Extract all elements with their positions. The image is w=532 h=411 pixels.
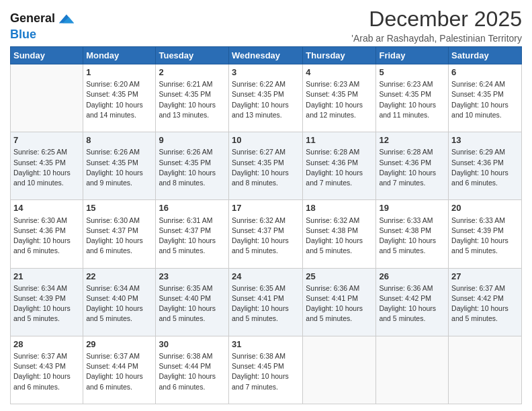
day-number: 23 xyxy=(159,271,226,283)
day-info: Sunrise: 6:32 AM Sunset: 4:38 PM Dayligh… xyxy=(306,216,373,257)
day-header: Monday xyxy=(83,47,156,64)
day-number: 5 xyxy=(379,66,445,79)
week-row: 7Sunrise: 6:25 AM Sunset: 4:35 PM Daylig… xyxy=(11,132,522,200)
day-cell: 10Sunrise: 6:27 AM Sunset: 4:35 PM Dayli… xyxy=(229,132,303,200)
day-number: 27 xyxy=(451,271,519,283)
day-cell: 21Sunrise: 6:34 AM Sunset: 4:39 PM Dayli… xyxy=(11,268,83,336)
day-cell: 2Sunrise: 6:21 AM Sunset: 4:35 PM Daylig… xyxy=(156,64,229,132)
day-number: 10 xyxy=(232,134,300,146)
week-row: 21Sunrise: 6:34 AM Sunset: 4:39 PM Dayli… xyxy=(11,268,522,336)
day-info: Sunrise: 6:35 AM Sunset: 4:41 PM Dayligh… xyxy=(232,283,300,324)
day-cell: 20Sunrise: 6:33 AM Sunset: 4:39 PM Dayli… xyxy=(449,200,522,268)
calendar: SundayMondayTuesdayWednesdayThursdayFrid… xyxy=(10,46,522,404)
day-info: Sunrise: 6:31 AM Sunset: 4:37 PM Dayligh… xyxy=(159,216,226,257)
day-info: Sunrise: 6:25 AM Sunset: 4:35 PM Dayligh… xyxy=(13,147,80,188)
day-cell: 25Sunrise: 6:36 AM Sunset: 4:41 PM Dayli… xyxy=(303,268,376,336)
day-number: 18 xyxy=(306,202,373,214)
header-row: SundayMondayTuesdayWednesdayThursdayFrid… xyxy=(11,47,522,64)
day-header: Friday xyxy=(376,47,449,64)
day-cell: 5Sunrise: 6:23 AM Sunset: 4:35 PM Daylig… xyxy=(376,64,449,132)
day-number: 6 xyxy=(451,66,519,79)
day-info: Sunrise: 6:36 AM Sunset: 4:41 PM Dayligh… xyxy=(306,283,373,324)
day-cell: 18Sunrise: 6:32 AM Sunset: 4:38 PM Dayli… xyxy=(303,200,376,268)
day-cell: 23Sunrise: 6:35 AM Sunset: 4:40 PM Dayli… xyxy=(156,268,229,336)
day-info: Sunrise: 6:36 AM Sunset: 4:42 PM Dayligh… xyxy=(379,283,445,324)
day-number: 24 xyxy=(232,271,300,283)
day-number: 12 xyxy=(379,134,445,146)
day-number: 9 xyxy=(159,134,226,146)
day-number: 20 xyxy=(451,202,519,214)
day-info: Sunrise: 6:21 AM Sunset: 4:35 PM Dayligh… xyxy=(159,79,226,120)
day-cell: 27Sunrise: 6:37 AM Sunset: 4:42 PM Dayli… xyxy=(449,268,522,336)
day-cell: 9Sunrise: 6:26 AM Sunset: 4:35 PM Daylig… xyxy=(156,132,229,200)
day-cell: 1Sunrise: 6:20 AM Sunset: 4:35 PM Daylig… xyxy=(83,64,156,132)
day-cell: 12Sunrise: 6:28 AM Sunset: 4:36 PM Dayli… xyxy=(376,132,449,200)
day-number: 25 xyxy=(306,271,373,283)
day-info: Sunrise: 6:28 AM Sunset: 4:36 PM Dayligh… xyxy=(306,147,373,188)
day-number: 17 xyxy=(232,202,300,214)
day-info: Sunrise: 6:37 AM Sunset: 4:43 PM Dayligh… xyxy=(13,351,80,392)
week-row: 14Sunrise: 6:30 AM Sunset: 4:36 PM Dayli… xyxy=(11,200,522,268)
day-info: Sunrise: 6:26 AM Sunset: 4:35 PM Dayligh… xyxy=(86,147,152,188)
day-cell: 4Sunrise: 6:23 AM Sunset: 4:35 PM Daylig… xyxy=(303,64,376,132)
day-info: Sunrise: 6:24 AM Sunset: 4:35 PM Dayligh… xyxy=(451,79,519,120)
day-cell: 16Sunrise: 6:31 AM Sunset: 4:37 PM Dayli… xyxy=(156,200,229,268)
title-block: December 2025 'Arab ar Rashaydah, Palest… xyxy=(351,7,522,44)
day-number: 13 xyxy=(451,134,519,146)
day-number: 3 xyxy=(232,66,300,79)
day-number: 16 xyxy=(159,202,226,214)
day-cell: 30Sunrise: 6:38 AM Sunset: 4:44 PM Dayli… xyxy=(156,336,229,404)
day-number: 21 xyxy=(13,271,80,283)
logo-text-general: General xyxy=(10,12,55,26)
day-info: Sunrise: 6:30 AM Sunset: 4:36 PM Dayligh… xyxy=(13,216,80,257)
logo: General Blue xyxy=(10,9,75,42)
day-cell: 15Sunrise: 6:30 AM Sunset: 4:37 PM Dayli… xyxy=(83,200,156,268)
day-header: Saturday xyxy=(449,47,522,64)
day-info: Sunrise: 6:22 AM Sunset: 4:35 PM Dayligh… xyxy=(232,79,300,120)
week-row: 1Sunrise: 6:20 AM Sunset: 4:35 PM Daylig… xyxy=(11,64,522,132)
day-info: Sunrise: 6:35 AM Sunset: 4:40 PM Dayligh… xyxy=(159,283,226,324)
day-header: Sunday xyxy=(11,47,83,64)
day-info: Sunrise: 6:37 AM Sunset: 4:42 PM Dayligh… xyxy=(451,283,519,324)
day-info: Sunrise: 6:26 AM Sunset: 4:35 PM Dayligh… xyxy=(159,147,226,188)
logo-icon xyxy=(56,9,75,28)
day-cell: 24Sunrise: 6:35 AM Sunset: 4:41 PM Dayli… xyxy=(229,268,303,336)
day-info: Sunrise: 6:32 AM Sunset: 4:37 PM Dayligh… xyxy=(232,216,300,257)
day-cell: 19Sunrise: 6:33 AM Sunset: 4:38 PM Dayli… xyxy=(376,200,449,268)
day-number: 4 xyxy=(306,66,373,79)
day-cell: 17Sunrise: 6:32 AM Sunset: 4:37 PM Dayli… xyxy=(229,200,303,268)
day-info: Sunrise: 6:33 AM Sunset: 4:38 PM Dayligh… xyxy=(379,216,445,257)
day-number: 2 xyxy=(159,66,226,79)
day-number: 14 xyxy=(13,202,80,214)
main-title: December 2025 xyxy=(351,7,522,32)
day-number: 30 xyxy=(159,338,226,351)
page: General Blue December 2025 'Arab ar Rash… xyxy=(0,0,532,411)
day-info: Sunrise: 6:37 AM Sunset: 4:44 PM Dayligh… xyxy=(86,351,152,392)
week-row: 28Sunrise: 6:37 AM Sunset: 4:43 PM Dayli… xyxy=(11,336,522,404)
day-cell: 29Sunrise: 6:37 AM Sunset: 4:44 PM Dayli… xyxy=(83,336,156,404)
sub-title: 'Arab ar Rashaydah, Palestinian Territor… xyxy=(351,33,522,44)
day-cell: 7Sunrise: 6:25 AM Sunset: 4:35 PM Daylig… xyxy=(11,132,83,200)
day-number: 7 xyxy=(13,134,80,146)
day-info: Sunrise: 6:29 AM Sunset: 4:36 PM Dayligh… xyxy=(451,147,519,188)
day-cell: 26Sunrise: 6:36 AM Sunset: 4:42 PM Dayli… xyxy=(376,268,449,336)
header: General Blue December 2025 'Arab ar Rash… xyxy=(10,7,522,44)
day-number: 11 xyxy=(306,134,373,146)
day-number: 29 xyxy=(86,338,152,351)
day-header: Thursday xyxy=(303,47,376,64)
day-cell: 22Sunrise: 6:34 AM Sunset: 4:40 PM Dayli… xyxy=(83,268,156,336)
day-info: Sunrise: 6:34 AM Sunset: 4:40 PM Dayligh… xyxy=(86,283,152,324)
day-number: 8 xyxy=(86,134,152,146)
day-number: 22 xyxy=(86,271,152,283)
day-info: Sunrise: 6:27 AM Sunset: 4:35 PM Dayligh… xyxy=(232,147,300,188)
day-cell: 3Sunrise: 6:22 AM Sunset: 4:35 PM Daylig… xyxy=(229,64,303,132)
day-cell: 8Sunrise: 6:26 AM Sunset: 4:35 PM Daylig… xyxy=(83,132,156,200)
day-cell xyxy=(376,336,449,404)
day-number: 26 xyxy=(379,271,445,283)
day-header: Wednesday xyxy=(229,47,303,64)
day-info: Sunrise: 6:33 AM Sunset: 4:39 PM Dayligh… xyxy=(451,216,519,257)
day-info: Sunrise: 6:28 AM Sunset: 4:36 PM Dayligh… xyxy=(379,147,445,188)
day-cell: 28Sunrise: 6:37 AM Sunset: 4:43 PM Dayli… xyxy=(11,336,83,404)
day-info: Sunrise: 6:23 AM Sunset: 4:35 PM Dayligh… xyxy=(379,79,445,120)
day-number: 1 xyxy=(86,66,152,79)
